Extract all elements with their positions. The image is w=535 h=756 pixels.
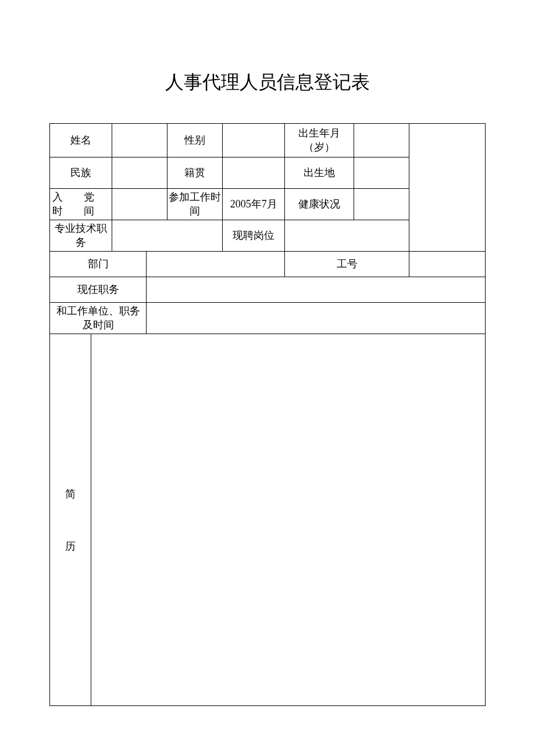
value-work-start: 2005年7月 [223,189,285,220]
document-page: 人事代理人员信息登记表 姓名 性别 出生年月（岁） [0,0,535,706]
label-tech-title: 专业技术职务 [50,220,112,252]
value-birthplace [354,157,409,189]
value-resume [91,334,486,706]
label-work-unit: 和工作单位、职务及时间 [50,303,147,334]
label-ethnicity: 民族 [50,157,112,189]
label-gender: 性别 [167,124,223,157]
label-name: 姓名 [50,124,112,157]
value-current-position [147,277,486,303]
form-title: 人事代理人员信息登记表 [49,70,486,95]
label-party-c3: 时 [52,205,63,218]
label-party-c4: 间 [84,205,94,218]
label-resume-c2: 历 [51,520,90,572]
label-party-c1: 入 [52,191,63,204]
value-department [147,252,285,277]
value-tech-title [112,220,222,252]
value-native-place [223,157,285,189]
value-health [354,189,409,220]
label-party-c2: 党 [84,191,94,204]
label-current-position: 现任职务 [50,277,147,303]
value-name [112,124,167,157]
value-ethnicity [112,157,167,189]
label-department: 部门 [50,252,147,277]
value-emp-id [409,252,486,277]
label-current-post: 现聘岗位 [223,220,285,252]
label-resume-c1: 简 [51,468,90,520]
registration-table: 姓名 性别 出生年月（岁） 民族 籍贯 出生地 [49,123,486,706]
value-birth [354,124,409,157]
label-native-place: 籍贯 [167,157,223,189]
label-birthplace: 出生地 [285,157,354,189]
label-party-join: 入 党 时 间 [50,189,112,220]
label-birth: 出生年月（岁） [285,124,354,157]
label-work-start: 参加工作时间 [167,189,223,220]
label-emp-id: 工号 [285,252,409,277]
value-party-join [112,189,167,220]
value-work-unit [147,303,486,334]
value-gender [223,124,285,157]
value-current-post [285,220,409,252]
label-resume: 简 历 [50,334,91,706]
label-health: 健康状况 [285,189,354,220]
photo-cell [409,124,486,252]
